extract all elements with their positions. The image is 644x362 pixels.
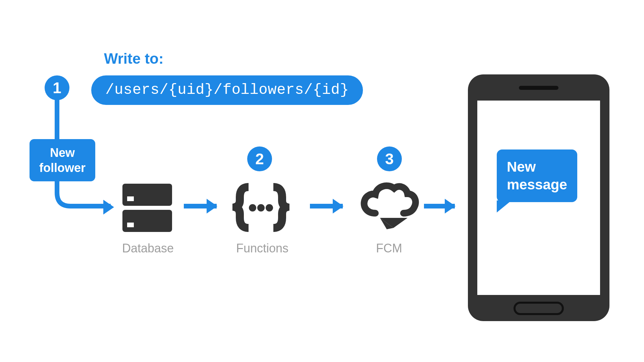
svg-rect-3 bbox=[127, 223, 134, 227]
svg-point-4 bbox=[249, 204, 256, 212]
flow-arrow-icon bbox=[424, 204, 455, 208]
new-follower-event: New follower bbox=[30, 139, 95, 181]
database-path-pill: /users/{uid}/followers/{id} bbox=[91, 75, 363, 105]
svg-point-6 bbox=[266, 204, 273, 212]
svg-point-5 bbox=[257, 204, 265, 212]
step-2-badge: 2 bbox=[247, 146, 272, 171]
svg-rect-2 bbox=[127, 196, 134, 201]
phone-screen: New message bbox=[477, 101, 600, 295]
flow-arrow-icon bbox=[310, 204, 343, 208]
flow-arrow-icon bbox=[184, 204, 217, 208]
database-label: Database bbox=[122, 241, 174, 255]
new-follower-line1: New bbox=[50, 146, 75, 160]
write-to-label: Write to: bbox=[104, 50, 164, 67]
new-follower-line2: follower bbox=[39, 161, 86, 175]
phone-home-button bbox=[514, 302, 564, 315]
cloud-functions-icon bbox=[232, 181, 289, 235]
speech-bubble-tail-icon bbox=[497, 200, 512, 213]
notification-line2: message bbox=[507, 177, 567, 192]
phone-body: New message bbox=[468, 74, 609, 321]
architecture-diagram: Write to: /users/{uid}/followers/{id} 1 … bbox=[0, 0, 644, 362]
arrow-head-icon bbox=[103, 200, 114, 215]
notification-bubble: New message bbox=[497, 149, 577, 202]
database-icon bbox=[119, 181, 176, 235]
functions-label: Functions bbox=[236, 241, 288, 255]
phone-speaker bbox=[519, 86, 558, 90]
step-1-badge: 1 bbox=[45, 75, 69, 100]
svg-rect-1 bbox=[122, 210, 172, 232]
phone-device: New message bbox=[468, 74, 609, 321]
step-3-badge: 3 bbox=[377, 146, 402, 171]
cloud-messaging-icon bbox=[360, 181, 420, 235]
notification-line1: New bbox=[507, 159, 536, 175]
fcm-label: FCM bbox=[376, 241, 402, 255]
svg-rect-0 bbox=[122, 184, 172, 206]
connector-line bbox=[55, 99, 59, 139]
